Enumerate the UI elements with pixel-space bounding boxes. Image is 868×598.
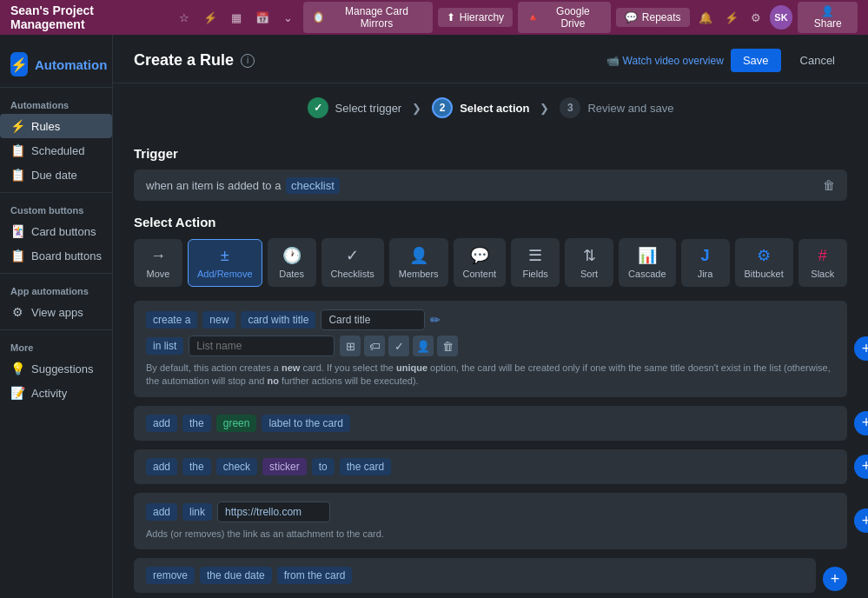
google-drive-btn[interactable]: 🔺Google Drive [518,2,611,33]
tool-dates[interactable]: 🕐 Dates [268,238,316,287]
tool-jira-label: Jira [698,269,713,279]
custom-buttons-section-title: Custom buttons [0,198,112,219]
sidebar-item-view-apps[interactable]: ⚙ View apps [0,300,112,324]
create-row-line1: create a new card with title ✏ [146,309,835,330]
sidebar-item-due-date[interactable]: 📋 Due date [0,163,112,187]
add-action-btn-1[interactable]: + [854,336,868,361]
check-icon[interactable]: ✓ [388,336,409,356]
checklist-highlight: checklist [286,177,340,194]
step-3-label: Review and save [587,102,673,115]
scheduled-icon: 📋 [10,143,24,157]
automation-logo: ⚡ [10,52,28,76]
sidebar-item-card-buttons[interactable]: 🃏 Card buttons [0,219,112,243]
slack-icon: # [818,247,827,265]
sidebar-item-rules[interactable]: ⚡ Rules [0,114,112,138]
suggestions-icon: 💡 [10,362,24,375]
delete-icon-create[interactable]: 🗑 [437,336,458,356]
add-action-btn-5[interactable]: + [823,567,847,591]
manage-card-mirrors-btn[interactable]: 🪞Manage Card Mirrors [303,2,432,33]
sidebar: ⚡ Automation Automations ⚡ Rules 📋 Sched… [0,35,113,598]
card-with-title-tag: card with title [241,311,315,329]
add-action-btn-2[interactable]: + [854,411,868,435]
sidebar-item-activity[interactable]: 📝 Activity [0,381,112,405]
add-tag-2: add [146,458,177,475]
more-icon[interactable]: ⌄ [280,8,296,28]
create-card-wrapper: create a new card with title ✏ in list ⊞… [134,301,847,397]
copy-icon[interactable]: ⊞ [340,336,361,356]
from-card-tag: from the card [277,567,353,584]
automation-title: Automation [35,57,107,72]
lightning-icon[interactable]: ⚡ [721,8,742,28]
card-title-input[interactable] [321,309,425,330]
calendar-icon[interactable]: 📅 [252,8,273,28]
list-name-input-create[interactable] [189,336,335,356]
tool-content-label: Content [463,269,497,279]
tool-cascade[interactable]: 📊 Cascade [619,238,675,287]
tool-members-label: Members [399,269,439,279]
sidebar-item-scheduled-label: Scheduled [31,144,84,157]
share-button[interactable]: 👤 Share [798,2,858,33]
edit-card-title-icon[interactable]: ✏ [430,313,441,327]
tool-add-remove[interactable]: ± Add/Remove [188,239,262,287]
repeats-btn[interactable]: 💬Repeats [616,8,690,27]
tool-fields-label: Fields [522,269,547,279]
sidebar-item-suggestions[interactable]: 💡 Suggestions [0,356,112,381]
step-arrow-2: ❯ [540,102,549,115]
tool-content[interactable]: 💬 Content [454,238,507,287]
sidebar-item-card-buttons-label: Card buttons [31,225,96,238]
step-arrow-1: ❯ [412,102,421,115]
activity-sidebar-icon: 📝 [10,386,24,400]
due-date-tag: the due date [200,567,272,584]
tool-slack[interactable]: # Slack [798,239,847,287]
the-tag-sticker: the [182,458,211,475]
tool-sort[interactable]: ⇅ Sort [565,238,613,287]
trigger-text: when an item is added to a checklist [146,179,341,192]
bell-icon[interactable]: 🔔 [695,8,716,28]
tool-members[interactable]: 👤 Members [389,238,448,287]
save-button[interactable]: Save [731,49,781,72]
hierarchy-btn[interactable]: ⬆Hierarchy [438,8,513,27]
sidebar-item-board-buttons[interactable]: 📋 Board buttons [0,243,112,268]
sidebar-item-scheduled[interactable]: 📋 Scheduled [0,138,112,163]
create-row-line2: in list ⊞ 🏷 ✓ 👤 🗑 [146,336,835,356]
the-card-tag: the card [340,458,391,475]
sidebar-item-rules-label: Rules [31,120,60,133]
activity-icon[interactable]: ⚡ [200,8,221,28]
due-date-icon: 📋 [10,168,24,182]
step-2-label: Select action [460,102,529,115]
info-icon[interactable]: i [241,54,255,68]
add-link-row-main: add link [146,502,835,522]
trigger-section-label: Trigger [134,146,847,161]
label-icon[interactable]: 🏷 [364,336,385,356]
sidebar-item-suggestions-label: Suggestions [31,362,94,375]
rules-icon: ⚡ [10,119,24,133]
tool-fields[interactable]: ☰ Fields [511,238,560,287]
label-to-card-tag: label to the card [262,415,349,432]
tool-bitbucket[interactable]: ⚙ Bitbucket [735,238,793,287]
jira-icon: J [701,247,710,265]
add-label-row: add the green label to the card [134,406,847,441]
star-icon[interactable]: ☆ [176,8,193,28]
avatar[interactable]: SK [770,5,793,30]
steps-bar: ✓ Select trigger ❯ 2 Select action ❯ 3 R… [113,83,868,132]
add-action-btn-3[interactable]: + [854,455,868,479]
url-input[interactable] [217,502,330,522]
sidebar-item-view-apps-label: View apps [31,306,83,319]
create-card-note: By default, this action creates a new ca… [146,362,835,389]
member-icon[interactable]: 👤 [413,336,434,356]
mini-icons-create: ⊞ 🏷 ✓ 👤 🗑 [340,336,458,356]
tool-checklists[interactable]: ✓ Checklists [321,238,384,287]
add-action-btn-4[interactable]: + [854,508,868,533]
board-view-icon[interactable]: ▦ [228,8,245,28]
card-buttons-icon: 🃏 [10,224,24,238]
filter-icon[interactable]: ⚙ [747,8,765,28]
sidebar-item-due-date-label: Due date [31,169,77,182]
cancel-button[interactable]: Cancel [788,49,847,72]
tool-jira[interactable]: J Jira [681,239,730,287]
trigger-delete-btn[interactable]: 🗑 [823,178,835,192]
watch-video-btn[interactable]: 📹 Watch video overview [606,55,724,67]
tool-move[interactable]: → Move [134,239,182,287]
tool-bitbucket-label: Bitbucket [745,269,784,279]
bitbucket-icon: ⚙ [757,246,771,265]
tool-add-remove-label: Add/Remove [197,269,253,279]
